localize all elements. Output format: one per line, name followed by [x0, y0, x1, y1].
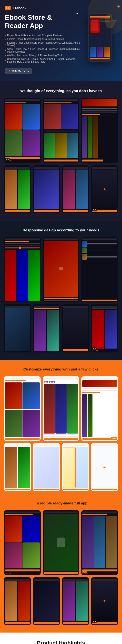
thoughtful-section: We thought of everything, so you don't h…	[0, 81, 122, 221]
light-screen-b1	[4, 443, 31, 491]
readymade-tagline: Incredible ready-made full app	[6, 501, 116, 505]
hero-title: Ebook Store & Reader App	[5, 14, 63, 30]
readymade-screen-2	[43, 510, 80, 575]
responsive-screen-1	[4, 237, 41, 302]
hero-feature-3: Search & Filter Ebook (Sort, Prise, Rati…	[5, 41, 83, 47]
readymade-screen-3: ★★★★★ 4.9	[81, 510, 118, 575]
rating-badge-3: 4.9	[92, 347, 97, 350]
customize-section: Customize everything with just a few cli…	[0, 360, 122, 498]
brand-row: Fb Erabook	[5, 6, 117, 10]
light-screen-b2	[33, 443, 60, 491]
screens-badge: 110+ Screens	[5, 68, 32, 74]
rating-badge-1: 4.9	[5, 158, 10, 161]
screen-thumb-detail	[81, 98, 118, 163]
light-screen-b3	[62, 443, 89, 491]
light-screen-2	[43, 376, 80, 441]
brand-logo: Fb	[5, 6, 11, 10]
rm-screen-b3	[62, 577, 89, 625]
resp-screen-b3	[62, 304, 89, 352]
screen-thumb-genre	[43, 98, 80, 163]
highlights-title: Product Highlights	[4, 640, 118, 644]
deco-star-2: ✦	[76, 12, 78, 15]
light-screens-grid: ★ Best	[4, 376, 118, 441]
thoughtful-tagline: We thought of everything, so you don't h…	[6, 89, 116, 93]
rm-screen-b4: ★ 4.9	[91, 577, 118, 625]
screen-thumb-b1	[4, 166, 31, 213]
responsive-screens-extra: ★★★★★ 4.9	[4, 304, 118, 352]
screen-thumb-b3	[62, 166, 89, 213]
light-screen-3: ★ Best	[81, 376, 118, 441]
screen-thumb-discover: ★★★★★ 4.9	[4, 98, 41, 163]
highlights-section: Product Highlights 📱 110+ Screens(iOS/An…	[0, 632, 122, 644]
hero-feature-5: Wishlist, Purchased Library, & Ebook Rea…	[5, 54, 83, 57]
customize-tagline: Customize everything with just a few cli…	[6, 367, 116, 371]
hero-section: ✦ ✦ ✦ Fb Erabook Ebook Store & Reader Ap…	[0, 0, 122, 81]
light-screen-b4: ★	[91, 443, 118, 491]
readymade-screen-1: ★★★★★	[4, 510, 41, 575]
resp-screen-b2	[33, 304, 60, 352]
hero-features-list: Ebook Store & Reader App with Complete F…	[5, 34, 83, 64]
light-screens-extra: ★	[4, 443, 118, 491]
rating-badge-2: 4.9	[92, 208, 97, 212]
hero-feature-2: Explore Ebook, Discover Rating & Reviews…	[5, 37, 83, 41]
screen-thumb-b4: ★ 4.9	[91, 166, 118, 213]
screen-thumb-b2	[33, 166, 60, 213]
responsive-screen-3	[81, 237, 118, 302]
responsive-screen-2: 📖	[43, 237, 80, 302]
hero-feature-6: Onboarding, Sign-up, Sign-in, Account Se…	[5, 57, 83, 64]
choose-badge: ★ Best	[111, 437, 117, 439]
deco-star-1: ✦	[117, 4, 121, 10]
responsive-screens-grid: 📖	[4, 237, 118, 302]
light-screen-1	[4, 376, 41, 441]
hand-deco: ✋	[100, 11, 121, 31]
rating-badge-5: 4.9	[92, 620, 97, 623]
rating-badge-4: 4.9	[82, 570, 87, 573]
readymade-screens-extra: ★ 4.9	[4, 577, 118, 625]
brand-name: Erabook	[13, 6, 26, 10]
readymade-section: Incredible ready-made full app ★★★★★	[0, 498, 122, 632]
hero-feature-4: Show Details, Trial & Free Ebooks, & Pur…	[5, 47, 83, 54]
dark-screens-grid-top: ★★★★★ 4.9	[4, 98, 118, 163]
rm-screen-b1	[4, 577, 31, 625]
hero-phone-mockup: ✋	[83, 14, 117, 67]
responsive-tagline: Responsive design according to your need…	[6, 228, 116, 232]
responsive-section: Responsive design according to your need…	[0, 221, 122, 360]
hero-feature-1: Ebook Store & Reader App with Complete F…	[5, 34, 83, 37]
rm-screen-b2	[33, 577, 60, 625]
resp-screen-b4: ★★★★★ 4.9	[91, 304, 118, 352]
readymade-screens-grid: ★★★★★ ★★★★★	[4, 510, 118, 575]
dark-screens-grid-bottom: ★ 4.9	[4, 166, 118, 213]
resp-screen-b1	[4, 304, 31, 352]
